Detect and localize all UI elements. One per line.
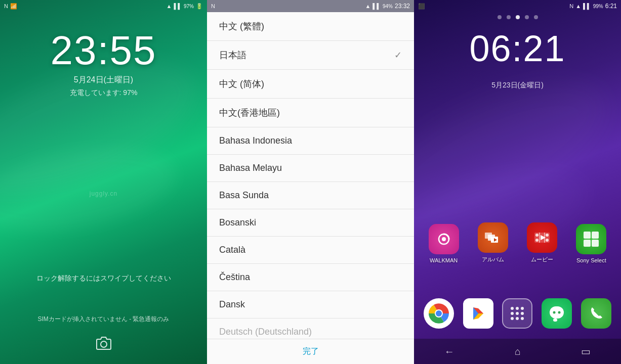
svg-point-27 [516,307,519,310]
lang-item-chinese-trad[interactable]: 中文 (繁體) [207,12,414,41]
app-hangouts[interactable] [537,298,576,329]
navigation-bar: ← ⌂ ▭ [414,339,621,364]
lang-label: 日本語 [219,49,246,61]
svg-point-30 [516,312,519,315]
nav-recents-button[interactable]: ▭ [581,345,591,357]
svg-rect-12 [539,233,540,243]
battery-text: 97% [184,4,194,9]
status-bar-panel1: N 📶 ▲ ▌▌ 97% 🔋 [0,0,207,12]
svg-rect-35 [550,306,564,318]
dot-4 [525,15,529,19]
svg-rect-17 [584,240,591,247]
lock-time: 23:55 [50,30,156,71]
lock-camera-button[interactable] [96,336,112,354]
lang-label: Bosanski [219,217,256,228]
play-store-icon [463,298,493,329]
nfc-icon2: N [211,3,215,9]
lang-item-chinese-simp[interactable]: 中文 (简体) [207,70,414,99]
svg-rect-16 [592,232,599,239]
nfc-icon3: N [569,3,573,9]
lang-item-bahasa-indo[interactable]: Bahasa Indonesia [207,127,414,155]
battery-icon: 🔋 [196,3,203,10]
app-chrome[interactable] [419,298,459,329]
lang-label: Čeština [219,272,250,283]
svg-point-10 [546,234,549,237]
sony-select-label: Sony Select [576,257,606,263]
lang-item-bosanski[interactable]: Bosanski [207,209,414,237]
svg-point-26 [511,307,514,310]
status-time3: 6:21 [605,3,617,10]
svg-point-34 [521,317,524,320]
svg-point-8 [535,234,539,237]
svg-point-33 [516,317,519,320]
app-movie[interactable]: ムービー [522,222,562,263]
signal-icon2: ▌▌ [372,3,381,9]
app-sony-select[interactable]: Sony Select [571,224,611,263]
signal-icon3: ▌▌ [583,3,591,9]
lang-label: Dansk [219,299,245,310]
svg-point-0 [101,341,107,347]
nav-back-button[interactable]: ← [444,346,454,357]
lock-sim-warning: SIMカードが挿入されていません - 緊急通報のみ [0,315,207,324]
album-icon [478,222,508,253]
app-walkman[interactable]: WALKMAN [424,224,464,263]
battery-text3: 99% [593,4,603,9]
svg-point-2 [442,237,446,241]
lock-charging: 充電しています: 97% [70,88,138,98]
screenshot-icon: ⬛ [418,3,425,10]
app-row-1: WALKMAN アルバム [414,222,621,263]
svg-point-31 [521,312,524,315]
lock-date: 5月24日(土曜日) [74,75,133,85]
svg-point-38 [558,311,561,314]
home-screen-panel: ⬛ N ▲ ▌▌ 99% 6:21 06:21 5月23日(金曜日) [414,0,621,364]
lang-label: Bahasa Melayu [219,163,282,173]
app-album[interactable]: アルバム [473,222,513,263]
lang-item-japanese[interactable]: 日本語 ✓ [207,41,414,70]
dot-3 [516,15,520,19]
wifi-icon3: ▲ [575,3,581,9]
lock-content: 23:55 5月24日(土曜日) 充電しています: 97% [0,30,207,98]
lang-item-dansk[interactable]: Dansk [207,291,414,318]
svg-point-21 [436,310,442,316]
battery-text2: 94% [383,4,393,9]
app-phone[interactable] [576,298,616,329]
nav-home-button[interactable]: ⌂ [515,346,521,357]
lang-item-basa-sunda[interactable]: Basa Sunda [207,182,414,209]
lang-item-deutsch[interactable]: Deutsch (Deutschland) [207,318,414,339]
svg-point-32 [511,317,514,320]
svg-rect-36 [553,318,557,322]
svg-point-28 [521,307,524,310]
language-list: 中文 (繁體) 日本語 ✓ 中文 (简体) 中文(香港地區) Bahasa In… [207,12,414,364]
hangouts-icon [542,298,572,329]
lang-check-icon: ✓ [394,50,402,61]
lang-label: 中文(香港地區) [219,107,280,119]
walkman-label: WALKMAN [430,257,458,263]
app-all-apps[interactable] [498,298,537,329]
dot-1 [498,15,502,19]
svg-point-29 [511,312,514,315]
svg-point-9 [535,239,539,242]
lang-item-catala[interactable]: Català [207,237,414,264]
app-play-store[interactable] [459,298,498,329]
done-button[interactable]: 完了 [303,346,319,357]
phone-icon [581,298,611,329]
lock-screen-panel: N 📶 ▲ ▌▌ 97% 🔋 23:55 5月24日(土曜日) 充電しています:… [0,0,207,364]
movie-label: ムービー [531,256,553,263]
home-page-dots [414,15,621,19]
chrome-icon [424,298,454,329]
status-bar-panel3: ⬛ N ▲ ▌▌ 99% 6:21 [414,0,621,12]
lang-label: Bahasa Indonesia [219,135,292,146]
nfc-icon: N [4,3,8,9]
language-scroll-area[interactable]: 中文 (繁體) 日本語 ✓ 中文 (简体) 中文(香港地區) Bahasa In… [207,12,414,339]
all-apps-icon [502,298,532,329]
home-clock: 06:21 [414,28,621,69]
lang-item-cestina[interactable]: Čeština [207,264,414,291]
lang-item-bahasa-melayu[interactable]: Bahasa Melayu [207,155,414,182]
lock-swipe-hint[interactable]: ロック解除するにはスワイプしてください [0,274,207,283]
wifi-icon2: ▲ [365,3,370,9]
lang-item-chinese-hk[interactable]: 中文(香港地區) [207,99,414,127]
lang-label: Basa Sunda [219,190,269,201]
album-label: アルバム [482,256,504,263]
dot-2 [507,15,511,19]
status-bar-panel2: N ▲ ▌▌ 94% 23:32 [207,0,414,12]
